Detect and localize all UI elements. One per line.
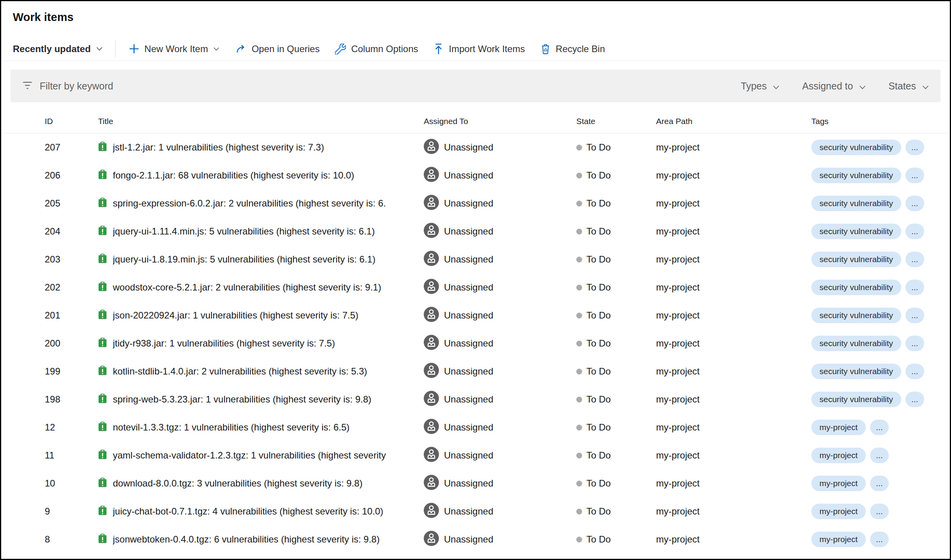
work-item-id: 12 [45,422,98,433]
assigned-to-value: Unassigned [444,170,493,181]
table-row[interactable]: 205 spring-expression-6.0.2.jar: 2 vulne… [1,189,950,217]
work-item-title-link[interactable]: jtidy-r938.jar: 1 vulnerabilities (highe… [113,338,335,349]
table-row[interactable]: 12 notevil-1.3.3.tgz: 1 vulnerabilities … [1,413,950,441]
open-in-queries-icon [235,44,247,54]
recycle-bin-button[interactable]: ♻ Recycle Bin [540,43,605,55]
table-row[interactable]: 202 woodstox-core-5.2.1.jar: 2 vulnerabi… [1,273,950,301]
state-cell: To Do [576,338,656,349]
work-item-title-link[interactable]: juicy-chat-bot-0.7.1.tgz: 4 vulnerabilit… [113,506,383,517]
work-items-page: Work items Recently updated New Work Ite… [0,0,951,560]
open-in-queries-button[interactable]: Open in Queries [235,44,320,54]
column-header-assigned-to[interactable]: Assigned To [424,117,576,126]
column-options-button[interactable]: Column Options [335,44,418,54]
work-item-title-link[interactable]: download-8.0.0.tgz: 3 vulnerabilities (h… [113,478,363,489]
state-dot [576,509,582,514]
work-item-title-link[interactable]: notevil-1.3.3.tgz: 1 vulnerabilities (hi… [113,422,349,433]
table-row[interactable]: 206 fongo-2.1.1.jar: 68 vulnerabilities … [1,161,950,189]
table-row[interactable]: 8 jsonwebtoken-0.4.0.tgz: 6 vulnerabilit… [1,525,950,553]
tag-overflow-button[interactable]: ... [905,336,924,351]
states-filter-dropdown[interactable]: States [888,80,929,92]
states-filter-label: States [888,80,916,92]
tag-pill: security vulnerability [811,224,901,239]
new-work-item-button[interactable]: New Work Item [129,44,219,54]
state-cell: To Do [576,366,656,377]
work-item-id: 200 [45,338,98,349]
work-item-title-link[interactable]: spring-web-5.3.23.jar: 1 vulnerabilities… [113,394,371,405]
work-item-title-link[interactable]: jstl-1.2.jar: 1 vulnerabilities (highest… [113,142,324,153]
filter-dropdowns: Types Assigned to States [741,80,929,92]
new-work-item-label: New Work Item [144,44,208,54]
area-path-cell: my-project [656,422,811,433]
work-item-id: 203 [45,254,98,265]
column-header-title[interactable]: Title [98,117,424,126]
tags-group: security vulnerability [811,336,901,351]
view-selector-dropdown[interactable]: Recently updated [13,44,103,54]
tag-overflow-button[interactable]: ... [870,504,889,519]
tag-overflow-button[interactable]: ... [870,448,889,463]
work-item-type-icon [98,533,107,546]
column-header-tags[interactable]: Tags [811,117,950,126]
tags-cell: security vulnerability ... [811,364,950,379]
state-cell: To Do [576,394,656,405]
tag-overflow-button[interactable]: ... [905,280,924,295]
area-path-cell: my-project [656,282,811,293]
work-item-type-icon [98,253,107,266]
tags-cell: my-project ... [811,532,950,547]
assigned-to-value: Unassigned [444,310,493,321]
tag-overflow-button[interactable]: ... [905,392,924,407]
work-item-title-link[interactable]: kotlin-stdlib-1.4.0.jar: 2 vulnerabiliti… [113,366,367,377]
work-item-id: 201 [45,310,98,321]
table-row[interactable]: 198 spring-web-5.3.23.jar: 1 vulnerabili… [1,385,950,413]
table-row[interactable]: 203 jquery-ui-1.8.19.min.js: 5 vulnerabi… [1,245,950,273]
tag-overflow-button[interactable]: ... [905,168,924,183]
tag-overflow-button[interactable]: ... [905,224,924,239]
state-value: To Do [586,254,611,265]
unassigned-avatar-icon [424,251,439,268]
tag-overflow-button[interactable]: ... [905,252,924,267]
assigned-to-cell: Unassigned [424,279,576,296]
unassigned-avatar-icon [424,139,439,156]
column-header-area-path[interactable]: Area Path [656,117,811,126]
tag-overflow-button[interactable]: ... [870,532,889,547]
table-row[interactable]: 10 download-8.0.0.tgz: 3 vulnerabilities… [1,469,950,497]
table-row[interactable]: 11 yaml-schema-validator-1.2.3.tgz: 1 vu… [1,441,950,469]
table-row[interactable]: 200 jtidy-r938.jar: 1 vulnerabilities (h… [1,329,950,357]
types-filter-dropdown[interactable]: Types [741,80,780,92]
column-header-state[interactable]: State [576,117,656,126]
work-item-title-link[interactable]: jquery-ui-1.8.19.min.js: 5 vulnerabiliti… [113,254,375,265]
assigned-to-filter-dropdown[interactable]: Assigned to [802,80,866,92]
assigned-to-value: Unassigned [444,506,493,517]
work-item-title-link[interactable]: jsonwebtoken-0.4.0.tgz: 6 vulnerabilitie… [113,534,380,545]
work-item-title-link[interactable]: jquery-ui-1.11.4.min.js: 5 vulnerabiliti… [113,226,375,237]
work-item-title-link[interactable]: fongo-2.1.1.jar: 68 vulnerabilities (hig… [113,170,354,181]
table-row[interactable]: 204 jquery-ui-1.11.4.min.js: 5 vulnerabi… [1,217,950,245]
tag-overflow-button[interactable]: ... [870,476,889,491]
work-item-title-link[interactable]: yaml-schema-validator-1.2.3.tgz: 1 vulne… [113,450,386,461]
table-row[interactable]: 199 kotlin-stdlib-1.4.0.jar: 2 vulnerabi… [1,357,950,385]
title-cell: woodstox-core-5.2.1.jar: 2 vulnerabiliti… [98,281,424,294]
assigned-to-value: Unassigned [444,254,493,265]
work-item-title-link[interactable]: spring-expression-6.0.2.jar: 2 vulnerabi… [113,198,386,209]
import-work-items-button[interactable]: Import Work Items [433,43,525,55]
work-item-id: 9 [45,506,98,517]
tag-overflow-button[interactable]: ... [905,140,924,155]
unassigned-avatar-icon [424,279,439,296]
table-row[interactable]: 201 json-20220924.jar: 1 vulnerabilities… [1,301,950,329]
table-row[interactable]: 9 juicy-chat-bot-0.7.1.tgz: 4 vulnerabil… [1,497,950,525]
work-item-title-link[interactable]: woodstox-core-5.2.1.jar: 2 vulnerabiliti… [113,282,381,293]
tag-overflow-button[interactable]: ... [905,196,924,211]
tags-cell: my-project ... [811,420,950,435]
keyword-filter-input[interactable]: Filter by keyword [22,80,741,92]
state-value: To Do [586,226,611,237]
state-value: To Do [586,142,611,153]
table-row[interactable]: 207 jstl-1.2.jar: 1 vulnerabilities (hig… [1,133,950,161]
work-item-title-link[interactable]: json-20220924.jar: 1 vulnerabilities (hi… [113,310,358,321]
area-path-cell: my-project [656,394,811,405]
column-header-id[interactable]: ID [45,117,98,126]
view-selector-label: Recently updated [13,44,91,54]
work-item-id: 202 [45,282,98,293]
state-cell: To Do [576,282,656,293]
tag-overflow-button[interactable]: ... [905,364,924,379]
tag-overflow-button[interactable]: ... [905,308,924,323]
tag-overflow-button[interactable]: ... [870,420,889,435]
